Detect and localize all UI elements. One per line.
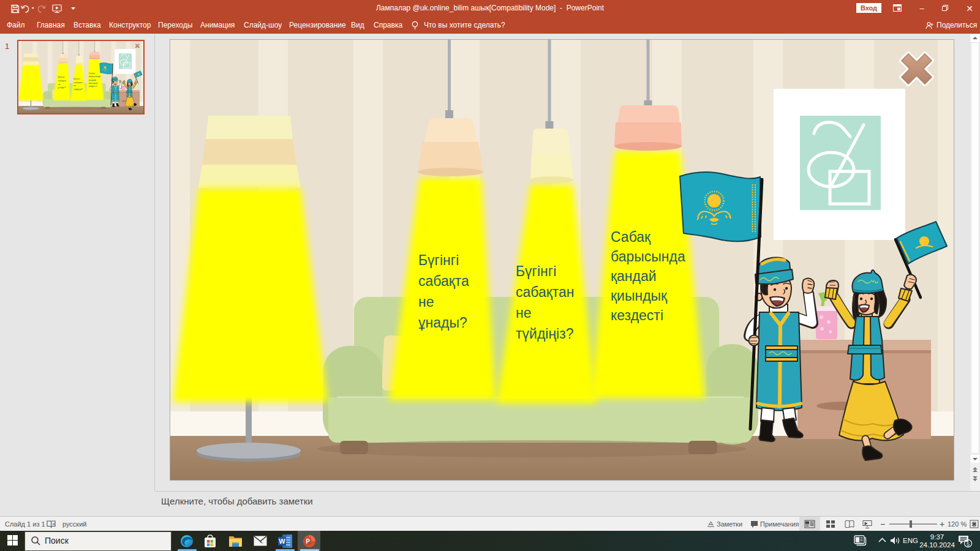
svg-text:W: W <box>279 538 285 545</box>
svg-text:сабақтан: сабақтан <box>516 284 575 300</box>
svg-text:кездесті: кездесті <box>611 307 663 323</box>
svg-text:қандай: қандай <box>611 268 657 284</box>
svg-text:P: P <box>306 538 310 545</box>
svg-text:қиындық: қиындық <box>611 288 668 304</box>
svg-text:сабақта: сабақта <box>418 273 469 289</box>
svg-text:ұнады?: ұнады? <box>418 315 467 331</box>
svg-text:түйдіңіз?: түйдіңіз? <box>516 326 574 342</box>
svg-text:Сабақ: Сабақ <box>611 229 651 245</box>
svg-text:барысында: барысында <box>611 249 685 264</box>
svg-text:не: не <box>418 294 434 310</box>
svg-text:Бүгінгі: Бүгінгі <box>418 252 459 268</box>
svg-text:не: не <box>516 305 532 321</box>
svg-text:5: 5 <box>967 541 970 547</box>
svg-text:Бүгінгі: Бүгінгі <box>516 263 556 279</box>
